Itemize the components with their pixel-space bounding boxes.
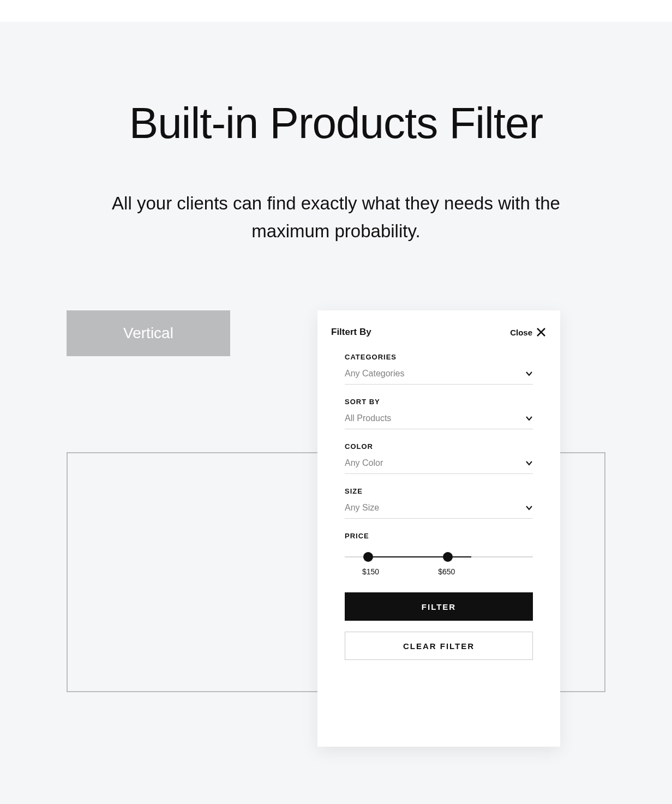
label-price: PRICE: [345, 532, 533, 540]
value-categories: Any Categories: [345, 369, 404, 379]
price-max: $650: [438, 567, 455, 576]
select-sortby[interactable]: All Products: [345, 409, 533, 429]
section-sortby: SORT BY All Products: [345, 398, 533, 429]
label-color: COLOR: [345, 442, 533, 451]
select-color[interactable]: Any Color: [345, 454, 533, 474]
page-subtitle: All your clients can find exactly what t…: [91, 189, 581, 245]
content-layout: Vertical Filtert By Close C: [0, 310, 672, 356]
page-container: Built-in Products Filter All your client…: [0, 22, 672, 804]
filter-button[interactable]: FILTER: [345, 592, 533, 621]
panel-body: CATEGORIES Any Categories SORT BY All Pr…: [331, 353, 547, 576]
label-categories: CATEGORIES: [345, 353, 533, 361]
panel-header: Filtert By Close: [331, 327, 547, 338]
vertical-tab[interactable]: Vertical: [67, 310, 230, 356]
label-size: SIZE: [345, 487, 533, 495]
filter-panel: Filtert By Close CATEGORIES Any Cate: [317, 310, 560, 747]
chevron-down-icon: [525, 504, 533, 512]
vertical-tab-label: Vertical: [123, 325, 173, 342]
filter-button-label: FILTER: [422, 602, 456, 611]
section-size: SIZE Any Size: [345, 487, 533, 519]
close-button[interactable]: Close: [510, 327, 547, 338]
page-title: Built-in Products Filter: [0, 98, 672, 148]
select-size[interactable]: Any Size: [345, 499, 533, 519]
chevron-down-icon: [525, 415, 533, 422]
price-labels: $150 $650: [345, 567, 533, 576]
close-label: Close: [510, 328, 532, 337]
slider-track-active: [368, 556, 471, 557]
select-categories[interactable]: Any Categories: [345, 364, 533, 385]
clear-filter-button[interactable]: CLEAR FILTER: [345, 632, 533, 660]
value-size: Any Size: [345, 503, 379, 513]
value-color: Any Color: [345, 458, 383, 468]
slider-handle-min[interactable]: [363, 552, 373, 562]
label-sortby: SORT BY: [345, 398, 533, 406]
value-sortby: All Products: [345, 413, 391, 423]
section-color: COLOR Any Color: [345, 442, 533, 474]
close-icon: [536, 327, 547, 338]
section-categories: CATEGORIES Any Categories: [345, 353, 533, 385]
price-slider[interactable]: [345, 552, 533, 562]
panel-title: Filtert By: [331, 327, 371, 338]
section-price: PRICE $150 $650: [345, 532, 533, 576]
price-min: $150: [362, 567, 379, 576]
chevron-down-icon: [525, 459, 533, 467]
clear-filter-button-label: CLEAR FILTER: [403, 641, 475, 651]
chevron-down-icon: [525, 370, 533, 377]
slider-handle-max[interactable]: [443, 552, 453, 562]
